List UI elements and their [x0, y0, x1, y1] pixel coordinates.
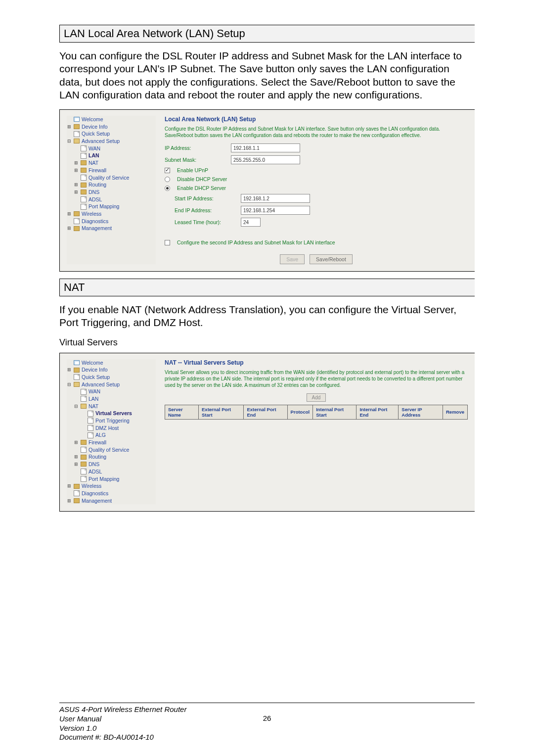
nav-port-mapping[interactable]: Port Mapping — [89, 203, 119, 210]
nav-qos[interactable]: Quality of Service — [89, 446, 129, 454]
end-ip-input[interactable] — [241, 206, 310, 215]
expand-icon[interactable]: ⊞ — [74, 182, 79, 188]
nav-dns[interactable]: DNS — [89, 461, 99, 468]
page-icon — [81, 469, 87, 474]
nav-port-triggering[interactable]: Port Triggering — [95, 417, 130, 425]
screenshot-lan: Welcome ⊞Device Info Quick Setup ⊟Advanc… — [59, 109, 475, 272]
folder-icon — [81, 189, 87, 194]
col-server-ip: Server IP Address — [399, 405, 443, 419]
nav-lan[interactable]: LAN — [89, 395, 98, 403]
nav-dmz-host[interactable]: DMZ Host — [95, 425, 119, 432]
nav-firewall[interactable]: Firewall — [89, 167, 106, 174]
dhcp-disable-radio[interactable] — [165, 177, 170, 182]
page-icon — [88, 411, 93, 417]
page-icon — [81, 196, 87, 202]
nav-routing[interactable]: Routing — [89, 181, 106, 189]
nav-wan[interactable]: WAN — [89, 145, 100, 152]
col-int-start: Internal Port Start — [313, 405, 356, 419]
nav-quick-setup[interactable]: Quick Setup — [82, 130, 110, 138]
nav-quick-setup[interactable]: Quick Setup — [82, 374, 110, 381]
nav-nat[interactable]: NAT — [89, 159, 98, 167]
nav-nat[interactable]: NAT — [89, 403, 98, 410]
nav-advanced-setup[interactable]: Advanced Setup — [82, 381, 120, 388]
page-icon — [81, 175, 87, 181]
nav-wireless[interactable]: Wireless — [82, 482, 101, 490]
nav-diagnostics[interactable]: Diagnostics — [82, 218, 108, 225]
nav-wan[interactable]: WAN — [89, 388, 100, 395]
nav-adsl[interactable]: ADSL — [89, 468, 102, 475]
start-ip-input[interactable] — [241, 194, 310, 203]
nav-device-info[interactable]: Device Info — [82, 123, 108, 131]
col-ext-start: External Port Start — [199, 405, 244, 419]
col-server-name: Server Name — [165, 405, 199, 419]
lease-label: Leased Time (hour): — [175, 219, 234, 225]
folder-open-icon — [74, 139, 80, 143]
pane-title: Local Area Network (LAN) Setup — [165, 116, 468, 123]
nav-dns[interactable]: DNS — [89, 189, 99, 196]
nav-welcome[interactable]: Welcome — [82, 116, 103, 123]
dhcp-disable-label: Disable DHCP Server — [177, 176, 227, 182]
add-button[interactable]: Add — [307, 393, 326, 402]
nav-qos[interactable]: Quality of Service — [89, 174, 129, 182]
lan-body-text: You can configure the DSL Router IP addr… — [59, 49, 475, 101]
nav-welcome[interactable]: Welcome — [82, 359, 103, 367]
expand-icon[interactable]: ⊞ — [74, 167, 79, 174]
col-protocol: Protocol — [287, 405, 313, 419]
nav-tree: Welcome ⊞Device Info Quick Setup ⊟Advanc… — [67, 116, 156, 264]
welcome-icon — [74, 360, 80, 365]
ip-input[interactable] — [231, 143, 300, 152]
page-icon — [81, 145, 87, 151]
collapse-icon[interactable]: ⊟ — [67, 138, 72, 144]
pane-desc: Virtual Server allows you to direct inco… — [165, 369, 468, 388]
page-icon — [88, 418, 93, 424]
folder-icon — [74, 484, 80, 489]
expand-icon[interactable]: ⊞ — [67, 367, 72, 373]
second-ip-checkbox[interactable] — [165, 240, 170, 245]
expand-icon[interactable]: ⊞ — [74, 439, 79, 446]
nav-wireless[interactable]: Wireless — [82, 210, 101, 218]
lease-input[interactable] — [241, 218, 261, 227]
nav-device-info[interactable]: Device Info — [82, 366, 108, 374]
nav-diagnostics[interactable]: Diagnostics — [82, 490, 108, 497]
expand-icon[interactable]: ⊞ — [67, 498, 72, 504]
nav-advanced-setup[interactable]: Advanced Setup — [82, 138, 120, 145]
col-int-end: Internal Port End — [356, 405, 399, 419]
nav-firewall[interactable]: Firewall — [89, 439, 106, 446]
expand-icon[interactable]: ⊞ — [67, 483, 72, 489]
expand-icon[interactable]: ⊞ — [74, 454, 79, 460]
folder-icon — [81, 168, 87, 173]
nav-port-mapping[interactable]: Port Mapping — [89, 475, 119, 483]
footer-line-3: Version 1.0 — [59, 724, 475, 733]
mask-input[interactable] — [231, 155, 300, 164]
upnp-checkbox[interactable] — [165, 168, 170, 173]
expand-icon[interactable]: ⊞ — [67, 211, 72, 217]
folder-icon — [74, 226, 80, 231]
nav-alg[interactable]: ALG — [95, 431, 106, 439]
nav-management[interactable]: Management — [82, 497, 112, 505]
save-button[interactable]: Save — [280, 254, 305, 264]
collapse-icon[interactable]: ⊟ — [67, 381, 72, 388]
dhcp-enable-radio[interactable] — [165, 186, 170, 191]
expand-icon[interactable]: ⊞ — [67, 225, 72, 232]
nav-management[interactable]: Management — [82, 225, 112, 232]
expand-icon[interactable]: ⊞ — [74, 160, 79, 166]
collapse-icon[interactable]: ⊟ — [74, 403, 79, 410]
expand-icon[interactable]: ⊞ — [74, 461, 79, 468]
page-icon — [88, 425, 93, 431]
pane-title: NAT -- Virtual Servers Setup — [165, 359, 468, 366]
second-ip-label: Configure the second IP Address and Subn… — [177, 239, 335, 245]
page-icon — [74, 131, 80, 137]
folder-icon — [81, 462, 87, 467]
start-ip-label: Start IP Address: — [175, 195, 234, 201]
page-icon — [81, 153, 87, 159]
folder-open-icon — [74, 382, 80, 387]
save-reboot-button[interactable]: Save/Reboot — [310, 254, 353, 264]
expand-icon[interactable]: ⊞ — [74, 189, 79, 195]
page-icon — [81, 204, 87, 210]
nav-lan[interactable]: LAN — [89, 152, 99, 159]
footer-line-4: Document #: BD-AU0014-10 — [59, 733, 475, 742]
nav-routing[interactable]: Routing — [89, 453, 106, 461]
expand-icon[interactable]: ⊞ — [67, 124, 72, 130]
nav-virtual-servers[interactable]: Virtual Servers — [95, 410, 132, 417]
nav-adsl[interactable]: ADSL — [89, 196, 102, 203]
